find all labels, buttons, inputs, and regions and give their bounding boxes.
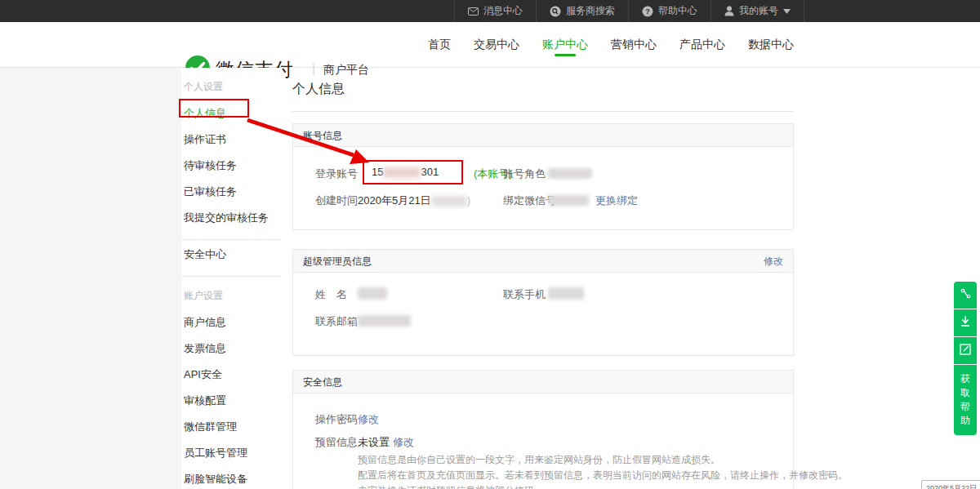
chevron-down-icon [783,9,791,14]
reserved-desc-line1: 预留信息是由你自己设置的一段文字，用来鉴定网站身份，防止假冒网站造成损失。 [358,452,848,468]
topbar-item-label: 我的账号 [739,4,778,18]
sidebar-item-invoice-info[interactable]: 发票信息 [181,336,282,362]
sidebar-item-my-submitted-review-tasks[interactable]: 我提交的审核任务 [181,205,282,231]
masked-admin-name [358,287,387,300]
main-content: 个人信息 账号信息 登录账号 15301 (本账号) 账号角色 创建时间 202… [292,68,794,489]
created-time-value: 2020年5月21日) [358,193,470,208]
sidebar-divider [182,239,281,240]
feedback-button[interactable] [954,337,977,364]
sidebar-divider [182,276,281,277]
rebind-link[interactable]: 更换绑定 [595,193,638,208]
title-divider [292,111,794,112]
download-button[interactable] [954,309,977,336]
service-provider-search-link[interactable]: 服务商搜索 [536,0,628,22]
sidebar-item-api-security[interactable]: API安全 [181,362,282,388]
security-info-panel: 安全信息 操作密码 修改 预留信息 未设置 修改 预留信息是由你自己设置的一段文… [292,370,794,489]
site-header: 微信支付 | 商户平台 首页 交易中心 账户中心 营销中心 产品中心 数据中心 [0,22,980,68]
nav-data-center[interactable]: 数据中心 [748,23,794,67]
annotation-red-box-login: 15301 [363,160,463,184]
date-tooltip: 2020年5月22日 [921,480,980,489]
account-role-label: 账号角色 [503,167,546,181]
topbar-item-label: 消息中心 [483,4,523,18]
sidebar-item-personal-info[interactable]: 个人信息 [181,100,282,127]
main-nav: 首页 交易中心 账户中心 营销中心 产品中心 数据中心 [428,22,794,68]
svg-text:?: ? [645,7,650,16]
search-icon [550,6,561,17]
sidebar-item-staff-account-management[interactable]: 员工账号管理 [181,440,282,466]
sidebar-item-wechat-group-management[interactable]: 微信群管理 [181,414,282,440]
sidebar-item-label: 个人信息 [184,107,226,119]
reserved-desc-line2: 配置后将在首页及充值页面显示。若未看到预留信息，表明当前访问的网站存在风险，请终… [358,468,848,483]
page-left-background [0,68,181,489]
mail-icon [468,7,479,16]
account-info-panel-header: 账号信息 [293,124,793,147]
nav-transaction-center[interactable]: 交易中心 [474,23,519,67]
reserved-info-status: 未设置 [358,435,390,450]
sidebar-section-personal-settings: 个人设置 [184,80,282,94]
user-icon [724,6,734,16]
login-account-value-suffix: 301 [421,166,439,178]
message-center-link[interactable]: 消息中心 [454,0,536,22]
operation-password-label: 操作密码 [315,412,358,427]
sidebar-item-review-config[interactable]: 审核配置 [181,388,282,414]
nav-marketing-center[interactable]: 营销中心 [611,23,657,67]
topbar-item-label: 帮助中心 [658,4,697,18]
sidebar-item-operation-certificate[interactable]: 操作证书 [181,127,282,153]
login-account-value-prefix: 15 [372,166,383,178]
get-help-button[interactable]: 获取帮助 [954,365,977,435]
login-account-label: 登录账号 [315,167,358,181]
nav-home[interactable]: 首页 [428,23,451,67]
created-time-label: 创建时间 [315,193,358,208]
sidebar-section-account-settings: 账户设置 [184,289,282,303]
sidebar: 个人设置 个人信息 操作证书 待审核任务 已审核任务 我提交的审核任务 安全中心… [181,68,282,489]
reserved-desc-line3: 未安装操作证书时预留信息将被部分掩码。 [358,483,848,489]
created-time-paren: ) [467,194,470,207]
account-info-panel-body: 登录账号 15301 (本账号) 账号角色 创建时间 2020年5月21日) 绑… [293,147,793,229]
super-admin-panel-header: 超级管理员信息 修改 [293,250,793,273]
admin-phone-label: 联系手机 [503,287,546,302]
masked-admin-email [358,315,411,327]
admin-name-label: 姓 名 [315,287,347,302]
sidebar-item-merchant-info[interactable]: 商户信息 [181,309,282,336]
help-icon: ? [642,6,653,17]
link-icon [960,287,972,303]
admin-edit-link[interactable]: 修改 [764,250,783,273]
masked-bound-wechat [548,195,589,206]
page-title: 个人信息 [292,81,794,98]
sidebar-item-reviewed-tasks[interactable]: 已审核任务 [181,179,282,205]
topbar-item-label: 服务商搜索 [566,4,615,18]
reserved-info-description: 预留信息是由你自己设置的一段文字，用来鉴定网站身份，防止假冒网站造成损失。 配置… [358,452,848,489]
security-info-panel-header: 安全信息 [293,371,793,393]
operation-password-edit-link[interactable]: 修改 [358,412,379,427]
sidebar-item-face-smart-device[interactable]: 刷脸智能设备 [181,466,282,489]
floating-toolbar: 获取帮助 [954,282,977,435]
nav-product-center[interactable]: 产品中心 [679,23,725,67]
my-account-menu[interactable]: 我的账号 [710,0,804,22]
masked-admin-phone [548,287,584,300]
security-info-panel-body: 操作密码 修改 预留信息 未设置 修改 预留信息是由你自己设置的一段文字，用来鉴… [293,393,793,489]
masked-account-role [548,168,592,179]
reserved-info-label: 预留信息 [315,435,358,450]
sidebar-item-security-center[interactable]: 安全中心 [181,242,282,268]
super-admin-panel-body: 姓 名 联系手机 联系邮箱 [293,273,793,354]
help-center-link[interactable]: ? 帮助中心 [628,0,710,22]
share-link-button[interactable] [954,282,977,309]
nav-account-center[interactable]: 账户中心 [542,23,588,67]
top-utility-bar: 消息中心 服务商搜索 ? 帮助中心 我的账号 [0,0,980,22]
masked-created-time [431,196,467,207]
download-icon [960,315,971,331]
admin-email-label: 联系邮箱 [315,314,358,329]
masked-login-middle [383,167,421,178]
sidebar-item-pending-review-tasks[interactable]: 待审核任务 [181,153,282,179]
reserved-info-edit-link[interactable]: 修改 [393,435,414,450]
account-info-panel: 账号信息 登录账号 15301 (本账号) 账号角色 创建时间 2020年5月2… [292,123,794,230]
edit-icon [960,344,971,358]
super-admin-panel: 超级管理员信息 修改 姓 名 联系手机 联系邮箱 [292,249,794,356]
super-admin-panel-title: 超级管理员信息 [303,256,372,267]
